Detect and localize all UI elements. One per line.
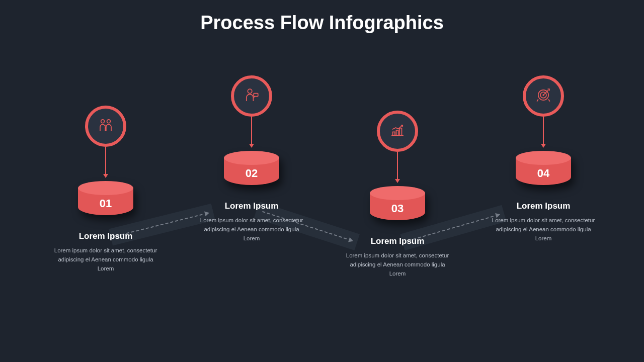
drop-line-1 — [105, 147, 106, 177]
step-heading-4: Lorem Ipsum — [478, 201, 609, 211]
people-icon — [97, 117, 114, 136]
drop-line-3 — [397, 152, 398, 182]
svg-point-1 — [107, 120, 111, 123]
person-speech-icon — [243, 86, 260, 106]
svg-point-0 — [101, 120, 105, 123]
svg-rect-3 — [254, 94, 258, 97]
step-number-4: 04 — [537, 167, 549, 180]
svg-rect-5 — [396, 130, 398, 135]
step-desc-4: Lorem ipsum dolor sit amet, consectetur … — [478, 216, 609, 243]
step-heading-2: Lorem Ipsum — [186, 201, 317, 211]
icon-circle-2 — [231, 75, 272, 117]
svg-rect-4 — [393, 132, 395, 135]
process-step-1: 01 Lorem Ipsum Lorem ipsum dolor sit ame… — [40, 106, 171, 273]
step-number-1: 01 — [100, 197, 112, 210]
cylinder-2: 02 — [224, 151, 279, 190]
step-number-3: 03 — [391, 202, 404, 215]
drop-line-4 — [543, 117, 544, 147]
step-desc-2: Lorem ipsum dolor sit amet, consectetur … — [186, 216, 317, 243]
drop-line-2 — [251, 117, 252, 147]
svg-rect-6 — [399, 128, 401, 135]
cylinder-3: 03 — [370, 186, 425, 225]
page-title: Process Flow Infographics — [0, 0, 644, 34]
growth-chart-icon — [389, 122, 406, 141]
step-number-2: 02 — [246, 167, 258, 180]
step-heading-3: Lorem Ipsum — [332, 236, 463, 246]
diagram-stage: 01 Lorem Ipsum Lorem ipsum dolor sit ame… — [0, 60, 644, 352]
process-step-3: 03 Lorem Ipsum Lorem ipsum dolor sit ame… — [332, 111, 463, 278]
process-step-2: 02 Lorem Ipsum Lorem ipsum dolor sit ame… — [186, 75, 317, 243]
target-icon — [535, 86, 552, 106]
cylinder-1: 01 — [78, 181, 133, 220]
icon-circle-3 — [377, 111, 418, 152]
svg-point-2 — [248, 89, 252, 94]
icon-circle-4 — [523, 75, 564, 117]
step-desc-3: Lorem ipsum dolor sit amet, consectetur … — [332, 251, 463, 278]
cylinder-4: 04 — [516, 151, 571, 190]
process-step-4: 04 Lorem Ipsum Lorem ipsum dolor sit ame… — [478, 75, 609, 243]
step-heading-1: Lorem Ipsum — [40, 231, 171, 241]
icon-circle-1 — [85, 106, 126, 147]
step-desc-1: Lorem ipsum dolor sit amet, consectetur … — [40, 246, 171, 273]
